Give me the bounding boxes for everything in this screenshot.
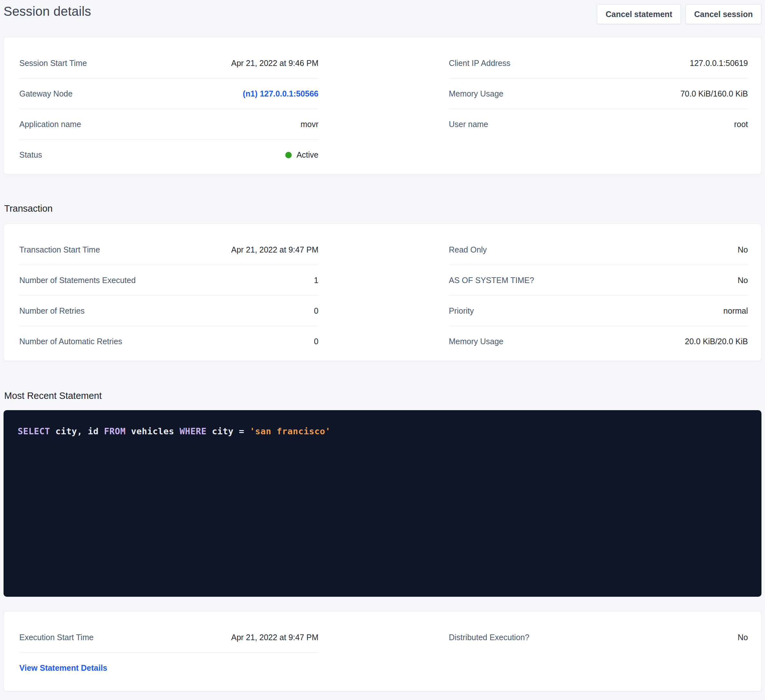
page-header: Session details Cancel statement Cancel …	[3, 0, 762, 24]
client-ip-address-label: Client IP Address	[449, 58, 510, 68]
session-summary-left-column: Session Start TimeApr 21, 2022 at 9:46 P…	[19, 48, 318, 170]
session-memory-usage-value: 70.0 KiB/160.0 KiB	[680, 89, 748, 99]
statements-executed-label: Number of Statements Executed	[19, 276, 135, 285]
as-of-system-time-label: AS OF SYSTEM TIME?	[449, 276, 534, 285]
number-of-automatic-retries-label: Number of Automatic Retries	[19, 337, 122, 346]
gateway-node-value[interactable]: (n1) 127.0.0.1:50566	[243, 89, 318, 99]
execution-right-column: Distributed Execution?No	[449, 622, 748, 683]
user-name-value: root	[734, 120, 748, 129]
statement-section-title: Most Recent Statement	[4, 391, 762, 401]
execution-card: Execution Start TimeApr 21, 2022 at 9:47…	[3, 611, 762, 691]
transaction-memory-usage-value: 20.0 KiB/20.0 KiB	[685, 337, 748, 346]
statements-executed-row: Number of Statements Executed1	[19, 265, 318, 296]
distributed-execution-label: Distributed Execution?	[449, 633, 529, 642]
transaction-start-time-row: Transaction Start TimeApr 21, 2022 at 9:…	[19, 234, 318, 265]
transaction-start-time-label: Transaction Start Time	[19, 245, 100, 254]
session-start-time-label: Session Start Time	[19, 58, 87, 68]
transaction-right-column: Read OnlyNoAS OF SYSTEM TIME?NoPriorityn…	[449, 234, 748, 357]
application-name-row: Application namemovr	[19, 109, 318, 140]
as-of-system-time-row: AS OF SYSTEM TIME?No	[449, 265, 748, 296]
priority-row: Prioritynormal	[449, 296, 748, 326]
number-of-retries-row: Number of Retries0	[19, 296, 318, 326]
cancel-session-button[interactable]: Cancel session	[685, 4, 762, 24]
view-statement-details-row: View Statement Details	[19, 653, 318, 683]
cancel-statement-button[interactable]: Cancel statement	[597, 4, 681, 24]
page-title: Session details	[3, 4, 91, 19]
read-only-label: Read Only	[449, 245, 487, 254]
active-status-dot	[285, 152, 292, 158]
session-status-label: Status	[19, 150, 42, 160]
sql-token-string: 'san francisco'	[250, 426, 331, 436]
view-statement-details-link[interactable]: View Statement Details	[19, 663, 107, 673]
read-only-value: No	[738, 245, 748, 254]
execution-start-time-value: Apr 21, 2022 at 9:47 PM	[231, 633, 318, 642]
statements-executed-value: 1	[314, 276, 318, 285]
user-name-label: User name	[449, 120, 488, 129]
gateway-node-label: Gateway Node	[19, 89, 72, 99]
application-name-label: Application name	[19, 120, 81, 129]
session-memory-usage-label: Memory Usage	[449, 89, 504, 99]
transaction-card: Transaction Start TimeApr 21, 2022 at 9:…	[3, 224, 762, 361]
client-ip-address-value: 127.0.0.1:50619	[689, 58, 748, 68]
session-details-page: Session details Cancel statement Cancel …	[0, 0, 765, 691]
sql-token-plain: city, id	[50, 426, 104, 436]
sql-token-keyword: SELECT	[18, 426, 50, 436]
session-summary-card: Session Start TimeApr 21, 2022 at 9:46 P…	[3, 37, 762, 174]
session-status-row: StatusActive	[19, 140, 318, 170]
number-of-automatic-retries-value: 0	[314, 337, 318, 346]
transaction-section-title: Transaction	[4, 203, 762, 214]
session-memory-usage-row: Memory Usage70.0 KiB/160.0 KiB	[449, 78, 748, 109]
gateway-node-row: Gateway Node(n1) 127.0.0.1:50566	[19, 78, 318, 109]
number-of-retries-value: 0	[314, 306, 318, 315]
sql-token-keyword: WHERE	[179, 426, 207, 436]
transaction-left-column: Transaction Start TimeApr 21, 2022 at 9:…	[19, 234, 318, 357]
header-actions: Cancel statement Cancel session	[597, 4, 762, 24]
session-status-value: Active	[285, 150, 318, 160]
user-name-row: User nameroot	[449, 109, 748, 140]
sql-statement-box: SELECT city, id FROM vehicles WHERE city…	[3, 410, 762, 597]
session-start-time-row: Session Start TimeApr 21, 2022 at 9:46 P…	[19, 48, 318, 78]
execution-start-time-row: Execution Start TimeApr 21, 2022 at 9:47…	[19, 622, 318, 653]
application-name-value: movr	[301, 120, 318, 129]
transaction-memory-usage-row: Memory Usage20.0 KiB/20.0 KiB	[449, 326, 748, 357]
transaction-start-time-value: Apr 21, 2022 at 9:47 PM	[231, 245, 318, 254]
client-ip-address-row: Client IP Address127.0.0.1:50619	[449, 48, 748, 78]
transaction-memory-usage-label: Memory Usage	[449, 337, 504, 346]
distributed-execution-value: No	[738, 633, 748, 642]
session-start-time-value: Apr 21, 2022 at 9:46 PM	[231, 58, 318, 68]
as-of-system-time-value: No	[738, 276, 748, 285]
read-only-row: Read OnlyNo	[449, 234, 748, 265]
number-of-automatic-retries-row: Number of Automatic Retries0	[19, 326, 318, 357]
sql-token-plain: city =	[206, 426, 250, 436]
sql-token-plain: vehicles	[126, 426, 179, 436]
session-summary-right-column: Client IP Address127.0.0.1:50619Memory U…	[449, 48, 748, 170]
number-of-retries-label: Number of Retries	[19, 306, 85, 315]
execution-left-column: Execution Start TimeApr 21, 2022 at 9:47…	[19, 622, 318, 683]
sql-token-keyword: FROM	[104, 426, 126, 436]
execution-start-time-label: Execution Start Time	[19, 633, 94, 642]
distributed-execution-row: Distributed Execution?No	[449, 622, 748, 653]
priority-value: normal	[724, 306, 748, 315]
sql-statement: SELECT city, id FROM vehicles WHERE city…	[18, 426, 331, 436]
priority-label: Priority	[449, 306, 474, 315]
